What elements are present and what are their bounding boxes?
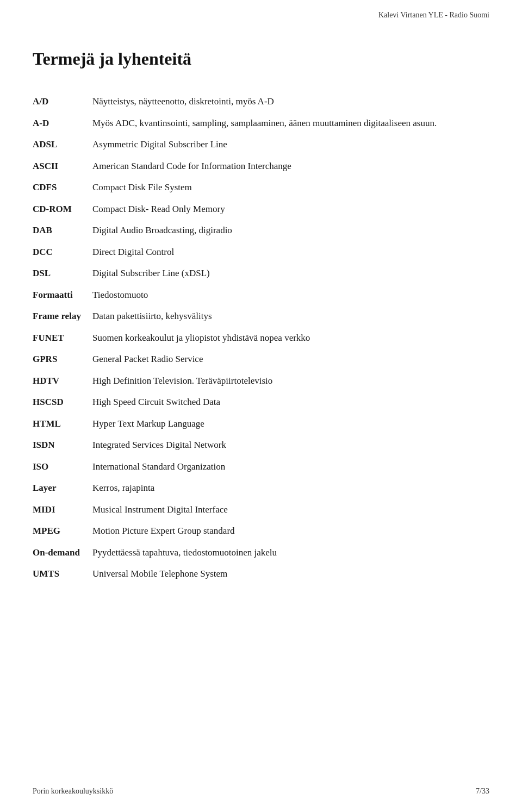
term-definition: Kerros, rajapinta — [92, 477, 489, 499]
list-item: DCCDirect Digital Control — [33, 241, 489, 263]
list-item: On-demandPyydettäessä tapahtuva, tiedost… — [33, 542, 489, 564]
page-header: Kalevi Virtanen YLE - Radio Suomi — [378, 11, 489, 20]
list-item: CD-ROMCompact Disk- Read Only Memory — [33, 198, 489, 220]
term-abbreviation: CD-ROM — [33, 198, 92, 220]
list-item: Frame relayDatan pakettisiirto, kehysväl… — [33, 305, 489, 327]
footer-left: Porin korkeakouluyksikkö — [33, 787, 113, 796]
list-item: ADSLAsymmetric Digital Subscriber Line — [33, 134, 489, 155]
page-footer: Porin korkeakouluyksikkö 7/33 — [33, 787, 489, 796]
term-definition: Musical Instrument Digital Interface — [92, 499, 489, 521]
term-abbreviation: On-demand — [33, 542, 92, 564]
term-definition: Universal Mobile Telephone System — [92, 563, 489, 585]
list-item: HDTVHigh Definition Television. Teräväpi… — [33, 370, 489, 392]
term-definition: Compact Disk- Read Only Memory — [92, 198, 489, 220]
list-item: MPEGMotion Picture Expert Group standard — [33, 520, 489, 542]
term-abbreviation: UMTS — [33, 563, 92, 585]
term-abbreviation: CDFS — [33, 177, 92, 198]
term-definition: American Standard Code for Information I… — [92, 155, 489, 177]
term-abbreviation: ISDN — [33, 434, 92, 456]
list-item: DSLDigital Subscriber Line (xDSL) — [33, 263, 489, 284]
list-item: UMTSUniversal Mobile Telephone System — [33, 563, 489, 585]
list-item: HTMLHyper Text Markup Language — [33, 413, 489, 435]
term-abbreviation: A-D — [33, 113, 92, 134]
term-abbreviation: ASCII — [33, 155, 92, 177]
term-definition: International Standard Organization — [92, 456, 489, 478]
term-definition: General Packet Radio Service — [92, 348, 489, 370]
term-abbreviation: Frame relay — [33, 305, 92, 327]
term-definition: Suomen korkeakoulut ja yliopistot yhdist… — [92, 327, 489, 349]
term-abbreviation: DCC — [33, 241, 92, 263]
term-abbreviation: A/D — [33, 91, 92, 113]
term-abbreviation: HSCSD — [33, 391, 92, 413]
term-definition: Motion Picture Expert Group standard — [92, 520, 489, 542]
footer-right: 7/33 — [476, 787, 489, 796]
term-definition: Tiedostomuoto — [92, 284, 489, 306]
term-definition: Direct Digital Control — [92, 241, 489, 263]
list-item: ASCIIAmerican Standard Code for Informat… — [33, 155, 489, 177]
list-item: LayerKerros, rajapinta — [33, 477, 489, 499]
term-definition: Datan pakettisiirto, kehysvälitys — [92, 305, 489, 327]
list-item: CDFSCompact Disk File System — [33, 177, 489, 198]
term-definition: Compact Disk File System — [92, 177, 489, 198]
term-definition: Integrated Services Digital Network — [92, 434, 489, 456]
terms-table: A/DNäytteistys, näytteenotto, diskretoin… — [33, 91, 489, 585]
term-abbreviation: DSL — [33, 263, 92, 284]
header-title: Kalevi Virtanen YLE - Radio Suomi — [378, 11, 489, 19]
list-item: A-DMyös ADC, kvantinsointi, sampling, sa… — [33, 113, 489, 134]
term-abbreviation: HDTV — [33, 370, 92, 392]
term-abbreviation: DAB — [33, 220, 92, 241]
term-abbreviation: ADSL — [33, 134, 92, 155]
term-abbreviation: Formaatti — [33, 284, 92, 306]
list-item: DABDigital Audio Broadcasting, digiradio — [33, 220, 489, 241]
term-definition: Asymmetric Digital Subscriber Line — [92, 134, 489, 155]
term-definition: High Definition Television. Teräväpiirto… — [92, 370, 489, 392]
term-abbreviation: GPRS — [33, 348, 92, 370]
list-item: ISDNIntegrated Services Digital Network — [33, 434, 489, 456]
term-abbreviation: ISO — [33, 456, 92, 478]
page-title: Termejä ja lyhenteitä — [33, 49, 489, 69]
term-definition: Digital Subscriber Line (xDSL) — [92, 263, 489, 284]
list-item: HSCSDHigh Speed Circuit Switched Data — [33, 391, 489, 413]
list-item: MIDIMusical Instrument Digital Interface — [33, 499, 489, 521]
list-item: ISOInternational Standard Organization — [33, 456, 489, 478]
list-item: FormaattiTiedostomuoto — [33, 284, 489, 306]
term-definition: Pyydettäessä tapahtuva, tiedostomuotoine… — [92, 542, 489, 564]
list-item: FUNETSuomen korkeakoulut ja yliopistot y… — [33, 327, 489, 349]
term-abbreviation: MPEG — [33, 520, 92, 542]
list-item: A/DNäytteistys, näytteenotto, diskretoin… — [33, 91, 489, 113]
term-definition: Myös ADC, kvantinsointi, sampling, sampl… — [92, 113, 489, 134]
term-definition: High Speed Circuit Switched Data — [92, 391, 489, 413]
term-definition: Hyper Text Markup Language — [92, 413, 489, 435]
term-definition: Digital Audio Broadcasting, digiradio — [92, 220, 489, 241]
term-abbreviation: HTML — [33, 413, 92, 435]
term-definition: Näytteistys, näytteenotto, diskretointi,… — [92, 91, 489, 113]
term-abbreviation: FUNET — [33, 327, 92, 349]
term-abbreviation: Layer — [33, 477, 92, 499]
list-item: GPRSGeneral Packet Radio Service — [33, 348, 489, 370]
term-abbreviation: MIDI — [33, 499, 92, 521]
